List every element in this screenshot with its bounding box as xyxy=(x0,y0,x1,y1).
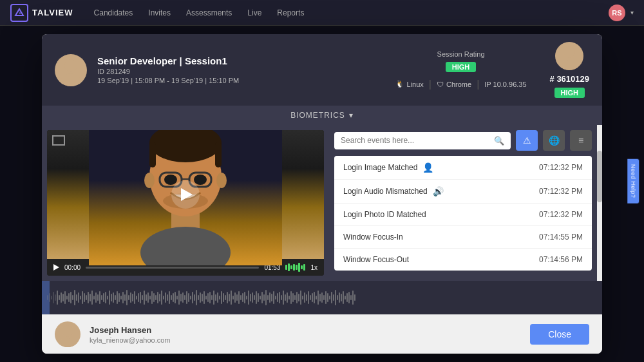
need-help-button[interactable]: Need Help? xyxy=(628,159,639,204)
biometrics-label: BIOMETRICS xyxy=(290,111,345,120)
event-name: Window Focus-Out xyxy=(343,255,539,264)
candidate-id: ID 281249 xyxy=(97,68,385,75)
event-name: Login Audio Mismatched 🔊 xyxy=(343,186,539,196)
svg-point-3 xyxy=(61,73,81,86)
chrome-icon: 🛡 xyxy=(437,81,444,88)
biometrics-chevron-icon: ▾ xyxy=(349,111,354,120)
candidate-avatar xyxy=(55,54,87,86)
os-info: 🐧 Linux xyxy=(395,80,424,88)
divider: | xyxy=(429,79,431,90)
play-button[interactable] xyxy=(171,180,200,209)
time-current: 00:00 xyxy=(64,264,80,271)
user-avatar[interactable]: RS xyxy=(609,5,625,21)
audio-bar-2 xyxy=(288,263,290,271)
audio-bars xyxy=(285,263,305,272)
video-screen xyxy=(47,130,324,259)
filter-settings-button[interactable]: ≡ xyxy=(570,130,592,151)
audio-bar-3 xyxy=(290,265,292,269)
svg-point-2 xyxy=(64,59,77,72)
speed-label: 1x xyxy=(310,264,317,271)
event-row[interactable]: Login Photo ID Matched 07:12:32 PM xyxy=(334,204,592,226)
video-player: 00:00 01:53 xyxy=(47,130,324,276)
svg-point-16 xyxy=(164,175,177,185)
close-button[interactable]: Close xyxy=(530,324,589,345)
candidate-info: Senior Developer | Session1 ID 281249 19… xyxy=(97,55,385,84)
event-time: 07:12:32 PM xyxy=(539,187,583,196)
session-modal: Senior Developer | Session1 ID 281249 19… xyxy=(42,34,602,354)
ip-info: IP 10.0.96.35 xyxy=(484,81,526,88)
audio-bar-1 xyxy=(285,265,287,270)
waveform-bar xyxy=(42,281,602,314)
browser-info: 🛡 Chrome xyxy=(437,81,471,88)
nav-invites[interactable]: Invites xyxy=(148,8,171,17)
svg-point-4 xyxy=(564,46,575,58)
user-menu-caret[interactable]: ▾ xyxy=(630,9,634,16)
search-icon: 🔍 xyxy=(494,136,504,146)
candidate-date: 19 Sep'19 | 15:08 PM - 19 Sep'19 | 15:10… xyxy=(97,77,385,84)
event-row[interactable]: Window Focus-In 07:14:55 PM xyxy=(334,226,592,249)
event-time: 07:14:56 PM xyxy=(539,255,583,264)
video-watermark xyxy=(52,135,65,146)
modal-body: 00:00 01:53 xyxy=(42,125,597,281)
nav-assessments[interactable]: Assessments xyxy=(186,8,232,17)
audio-bar-5 xyxy=(296,265,298,270)
audio-bar-6 xyxy=(298,263,300,272)
svg-point-5 xyxy=(560,60,578,70)
events-list: Login Image Matched 👤 07:12:32 PM Login … xyxy=(334,156,592,271)
event-time: 07:12:32 PM xyxy=(539,163,583,172)
play-small-icon[interactable] xyxy=(53,264,59,271)
footer-candidate-name: Joseph Hansen xyxy=(90,325,171,335)
modal-overlay: Senior Developer | Session1 ID 281249 19… xyxy=(0,26,644,362)
rating-badge: HIGH xyxy=(446,62,477,72)
modal-header: Senior Developer | Session1 ID 281249 19… xyxy=(42,34,602,106)
scrollbar[interactable] xyxy=(597,125,602,281)
audio-icon: 🔊 xyxy=(433,186,444,196)
footer-info: Joseph Hansen kyla_nienow@yahoo.com xyxy=(90,325,171,344)
search-input[interactable] xyxy=(341,136,490,145)
event-time: 07:14:55 PM xyxy=(539,233,583,242)
navbar-logo-text: TALVIEW xyxy=(32,8,73,17)
events-panel: 🔍 ⚠ 🌐 ≡ Login Image Matched 👤 07:12:3 xyxy=(329,125,597,281)
event-row[interactable]: Window Focus-Out 07:14:56 PM xyxy=(334,249,592,271)
event-time: 07:12:32 PM xyxy=(539,210,583,219)
login-image-icon: 👤 xyxy=(422,162,433,173)
divider2: | xyxy=(477,79,479,90)
event-name: Login Image Matched 👤 xyxy=(343,162,539,173)
nav-right: RS ▾ xyxy=(609,5,634,21)
audio-bar-8 xyxy=(303,264,305,271)
navbar: V TALVIEW Candidates Invites Assessments… xyxy=(0,0,644,26)
modal-footer: Joseph Hansen kyla_nienow@yahoo.com Clos… xyxy=(42,314,602,354)
svg-point-20 xyxy=(144,173,155,188)
biometrics-bar: BIOMETRICS ▾ xyxy=(42,106,602,125)
svg-point-21 xyxy=(216,173,227,188)
scroll-thumb[interactable] xyxy=(597,151,602,202)
session-high-badge: HIGH xyxy=(554,88,585,98)
candidate-name: Senior Developer | Session1 xyxy=(97,55,385,66)
svg-rect-11 xyxy=(149,142,156,167)
footer-candidate-email: kyla_nienow@yahoo.com xyxy=(90,336,171,344)
filter-globe-button[interactable]: 🌐 xyxy=(543,130,565,151)
progress-bar[interactable] xyxy=(86,267,259,269)
events-toolbar: 🔍 ⚠ 🌐 ≡ xyxy=(334,130,592,151)
biometrics-button[interactable]: BIOMETRICS ▾ xyxy=(290,111,354,120)
event-row[interactable]: Login Audio Mismatched 🔊 07:12:32 PM xyxy=(334,180,592,204)
nav-candidates[interactable]: Candidates xyxy=(94,8,133,17)
svg-point-17 xyxy=(194,175,207,185)
session-avatar xyxy=(555,42,583,70)
session-id-block: # 3610129 HIGH xyxy=(550,42,589,98)
session-rating: Session Rating HIGH 🐧 Linux | 🛡 Chrome |… xyxy=(395,50,527,90)
session-rating-label: Session Rating xyxy=(437,50,485,58)
linux-icon: 🐧 xyxy=(395,80,404,88)
event-row[interactable]: Login Image Matched 👤 07:12:32 PM xyxy=(334,156,592,180)
svg-text:V: V xyxy=(19,11,21,15)
event-name: Window Focus-In xyxy=(343,233,539,242)
talview-logo-icon: V xyxy=(10,4,28,22)
event-name: Login Photo ID Matched xyxy=(343,210,539,219)
svg-rect-12 xyxy=(215,142,222,167)
filter-alert-button[interactable]: ⚠ xyxy=(516,130,538,151)
svg-point-22 xyxy=(62,325,73,337)
session-id-text: # 3610129 xyxy=(550,74,589,84)
nav-live[interactable]: Live xyxy=(247,8,261,17)
nav-links: Candidates Invites Assessments Live Repo… xyxy=(94,8,609,17)
nav-reports[interactable]: Reports xyxy=(277,8,304,17)
